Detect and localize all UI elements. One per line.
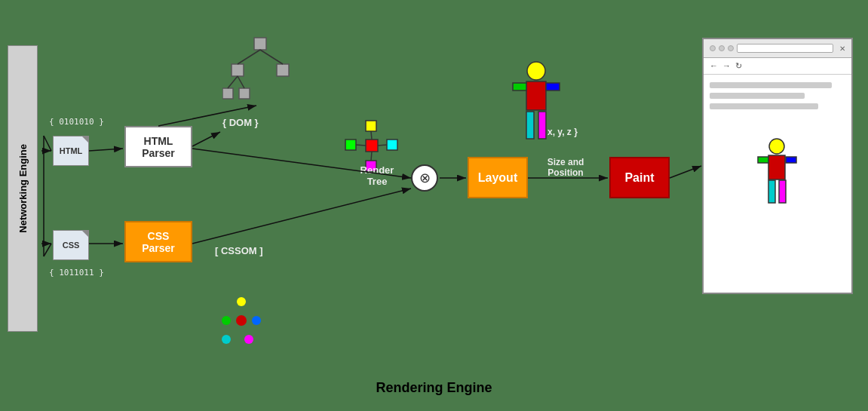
svg-rect-0: [254, 38, 266, 50]
svg-point-28: [222, 335, 231, 344]
html-file-box: HTML: [53, 136, 89, 166]
svg-line-15: [371, 152, 372, 161]
browser-window: ✕ ← → ↻: [702, 38, 853, 294]
svg-rect-13: [387, 140, 397, 150]
dom-tree-graphic: [222, 34, 298, 102]
networking-engine-panel: Networking Engine: [8, 45, 38, 332]
merge-circle: ⊗: [411, 164, 438, 192]
bits-top: { 0101010 }: [49, 117, 104, 127]
svg-rect-31: [768, 155, 785, 179]
svg-rect-4: [239, 88, 250, 99]
browser-content-lines: [704, 75, 851, 121]
content-line-1: [710, 82, 832, 88]
cssom-label: [ CSSOM ]: [215, 245, 263, 256]
content-line-3: [710, 103, 818, 109]
layout-box: Layout: [468, 157, 528, 198]
svg-point-30: [769, 139, 784, 154]
nav-refresh-icon: ↻: [735, 61, 742, 71]
svg-rect-10: [366, 121, 376, 131]
browser-chrome: ✕: [704, 39, 851, 58]
svg-rect-2: [277, 64, 289, 76]
svg-line-50: [44, 244, 51, 256]
svg-line-7: [228, 76, 238, 88]
svg-rect-34: [768, 180, 775, 203]
svg-rect-12: [345, 140, 356, 150]
size-position-label: Size andPosition: [535, 157, 596, 178]
browser-dot-2: [719, 45, 725, 51]
svg-rect-23: [538, 112, 546, 139]
rendering-engine-label: Rendering Engine: [376, 380, 492, 396]
nav-forward-icon: →: [722, 61, 731, 71]
css-parser-box: CSSParser: [124, 221, 192, 262]
svg-rect-1: [232, 64, 244, 76]
bits-bottom: { 1011011 }: [49, 268, 104, 278]
svg-rect-32: [758, 157, 768, 163]
svg-line-42: [192, 189, 411, 244]
svg-rect-20: [513, 83, 526, 90]
svg-line-17: [378, 145, 387, 146]
svg-line-38: [89, 149, 123, 151]
main-diagram: Networking Engine { 0101010 } { 1011011 …: [0, 0, 868, 411]
css-file-box: CSS: [53, 230, 89, 260]
browser-dot-3: [728, 45, 734, 51]
svg-point-24: [237, 297, 246, 306]
svg-line-47: [192, 132, 220, 146]
svg-rect-9: [366, 140, 378, 152]
svg-point-29: [244, 335, 253, 344]
svg-rect-21: [546, 83, 560, 90]
svg-point-26: [236, 315, 247, 326]
svg-rect-33: [786, 157, 796, 163]
browser-nav: ← → ↻: [704, 58, 851, 75]
svg-line-8: [238, 76, 244, 88]
svg-line-6: [260, 50, 283, 64]
svg-line-45: [670, 166, 701, 178]
svg-rect-22: [526, 112, 534, 139]
person-figure-browser: [756, 137, 798, 213]
content-line-2: [710, 93, 805, 99]
browser-url-bar: [737, 44, 833, 53]
html-parser-box: HTMLParser: [124, 126, 192, 167]
person-figure-layout: [510, 60, 563, 143]
svg-line-16: [356, 145, 366, 146]
svg-line-5: [238, 50, 260, 64]
browser-close-icon: ✕: [839, 44, 845, 53]
svg-point-27: [252, 316, 261, 325]
svg-line-49: [44, 136, 51, 151]
svg-rect-19: [526, 81, 546, 110]
render-tree-label: RenderTree: [347, 164, 407, 187]
dot-grid: [211, 294, 271, 357]
paint-box: Paint: [609, 157, 670, 198]
svg-rect-35: [779, 180, 786, 203]
browser-dot-1: [710, 45, 716, 51]
svg-line-14: [371, 131, 372, 140]
svg-point-18: [527, 62, 545, 80]
svg-point-25: [222, 316, 231, 325]
svg-rect-3: [222, 88, 233, 99]
dom-label: { DOM }: [222, 117, 259, 128]
networking-engine-label: Networking Engine: [17, 144, 29, 233]
nav-back-icon: ←: [710, 61, 718, 71]
